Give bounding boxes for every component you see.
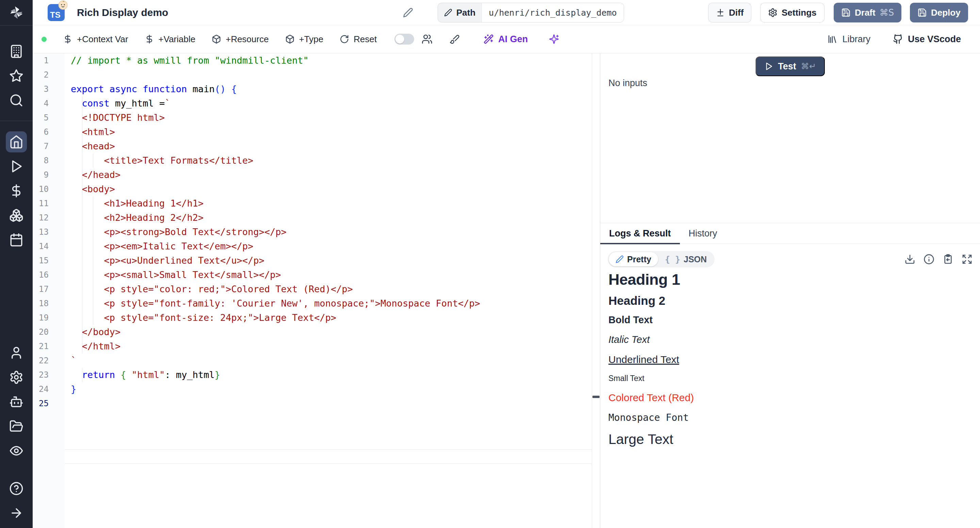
code-editor[interactable]: 1// import * as wmill from "windmill-cli…: [33, 53, 592, 528]
sidebar-item-settings[interactable]: [6, 367, 27, 388]
code-line-18: 18 <p style="font-family: 'Courier New',…: [33, 296, 592, 311]
code-line-10: 10 <body>: [33, 182, 592, 196]
sidebar: [0, 0, 33, 528]
dollar-icon: [63, 34, 73, 44]
sidebar-item-resources[interactable]: [6, 205, 27, 226]
sidebar-item-workspace[interactable]: [6, 41, 27, 62]
code-line-content: <title>Text Formats</title>: [65, 153, 592, 168]
line-number: 21: [33, 339, 65, 353]
code-line-20: 20 </body>: [33, 325, 592, 339]
status-dot: [41, 37, 47, 42]
use-vscode-button[interactable]: Use VScode: [893, 34, 961, 45]
code-line-content: <h2>Heading 2</h2>: [65, 211, 592, 225]
code-line-content: [65, 396, 592, 410]
folder-icon: [9, 419, 24, 433]
sidebar-item-favorites[interactable]: [6, 65, 27, 86]
play-icon: [764, 62, 773, 71]
code-line-2: 2: [33, 68, 592, 82]
github-icon: [893, 34, 903, 44]
sidebar-item-variables[interactable]: [6, 180, 27, 201]
ai-gen-button[interactable]: AI Gen: [484, 34, 528, 45]
wand-icon: [484, 34, 494, 44]
windmill-logo-icon[interactable]: [0, 0, 33, 25]
line-number: 17: [33, 282, 65, 296]
pretty-label: Pretty: [627, 254, 651, 264]
code-line-content: <p style="font-family: 'Courier New', mo…: [65, 296, 592, 311]
code-line-content: export async function main() {: [65, 82, 592, 96]
library-button[interactable]: Library: [827, 34, 870, 45]
code-line-4: 4 const my_html =`: [33, 96, 592, 111]
no-inputs-text: No inputs: [608, 78, 647, 89]
json-tab[interactable]: { } JSON: [658, 252, 714, 266]
sidebar-item-runs[interactable]: [6, 156, 27, 177]
code-line-19: 19 <p style="font-size: 24px;">Large Tex…: [33, 311, 592, 325]
result-bold-text: Bold Text: [608, 314, 980, 326]
pretty-tab[interactable]: Pretty: [609, 252, 658, 266]
result-h2-text: Heading 2: [608, 294, 980, 307]
sidebar-item-collapse[interactable]: [6, 503, 27, 523]
sidebar-item-users[interactable]: [6, 342, 27, 363]
tab-history[interactable]: History: [680, 223, 726, 243]
header: TS Rich Display demo Path u/henri/rich_d…: [33, 0, 980, 25]
copy-clipboard-icon[interactable]: [943, 254, 953, 265]
line-number: 25: [33, 396, 65, 410]
sidebar-item-help[interactable]: [6, 478, 27, 499]
result-large-text: Large Text: [608, 431, 980, 447]
diff-button[interactable]: Diff: [708, 3, 751, 22]
sparkles-icon[interactable]: [549, 34, 559, 44]
draft-label: Draft: [855, 8, 875, 18]
toolbar-item-label: +Context Var: [77, 34, 128, 45]
rendered-result: Heading 1Heading 2Bold TextItalic TextUn…: [600, 267, 980, 447]
sidebar-item-workers[interactable]: [6, 391, 27, 412]
test-button[interactable]: Test ⌘↵: [756, 56, 825, 76]
library-icon: [827, 34, 837, 44]
toolbar-item-resource[interactable]: +Resource: [212, 34, 269, 45]
right-panel: Test ⌘↵ No inputs Logs & ResultHistory P…: [600, 53, 980, 528]
editor-toolbar: +Context Var+Variable+Resource+TypeReset…: [33, 25, 980, 53]
expand-icon[interactable]: [962, 254, 972, 265]
panel-splitter[interactable]: [592, 53, 600, 528]
page-title: Rich Display demo: [77, 7, 168, 18]
tab-logs-result[interactable]: Logs & Result: [600, 223, 680, 243]
diff-label: Diff: [729, 8, 743, 18]
sidebar-item-search[interactable]: [6, 90, 27, 111]
line-number: 2: [33, 68, 65, 82]
draft-button[interactable]: Draft ⌘S: [834, 3, 901, 22]
deploy-button[interactable]: Deploy: [910, 3, 968, 22]
code-line-24: 24}: [33, 382, 592, 396]
code-line-5: 5 <!DOCTYPE html>: [33, 111, 592, 125]
users-icon[interactable]: [422, 34, 433, 45]
sidebar-item-home[interactable]: [6, 131, 27, 153]
line-number: 16: [33, 268, 65, 282]
sidebar-item-folders[interactable]: [6, 416, 27, 437]
multiplayer-toggle[interactable]: [395, 34, 414, 45]
toolbar-item-type[interactable]: +Type: [285, 34, 324, 45]
code-line-content: `: [65, 353, 592, 368]
eye-icon: [9, 444, 24, 458]
sidebar-divider: [0, 121, 33, 121]
ai-gen-label: AI Gen: [498, 34, 528, 45]
info-icon[interactable]: [924, 254, 934, 265]
toolbar-item-reset[interactable]: Reset: [340, 34, 377, 45]
toolbar-item-variable[interactable]: +Variable: [145, 34, 196, 45]
result-mono-text: Monospace Font: [608, 412, 980, 423]
download-icon[interactable]: [904, 254, 915, 265]
code-line-content: <p><strong>Bold Text</strong></p>: [65, 225, 592, 239]
code-line-17: 17 <p style="color: red;">Colored Text (…: [33, 282, 592, 296]
deploy-label: Deploy: [931, 8, 961, 18]
line-number: 23: [33, 368, 65, 382]
sidebar-item-schedules[interactable]: [6, 229, 27, 250]
settings-button[interactable]: Settings: [760, 3, 824, 22]
line-number: 1: [33, 53, 65, 68]
cursor-overview-marker: [592, 396, 600, 398]
path-button[interactable]: Path u/henri/rich_display_demo: [438, 3, 624, 22]
result-small-text: Small Text: [608, 374, 980, 383]
star-icon: [9, 69, 24, 83]
toolbar-item-contextvar[interactable]: +Context Var: [63, 34, 128, 45]
edit-title-icon[interactable]: [403, 8, 413, 18]
sidebar-item-audit-logs[interactable]: [6, 440, 27, 461]
result-actions: [904, 254, 972, 265]
dollar-icon: [145, 34, 154, 44]
format-brush-icon[interactable]: [450, 34, 460, 44]
use-vscode-label: Use VScode: [908, 34, 961, 45]
